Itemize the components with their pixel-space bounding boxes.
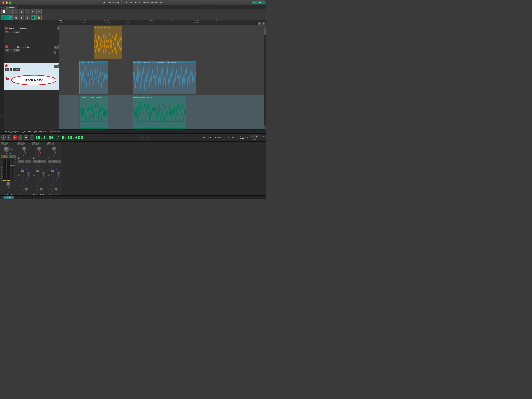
scroll-up[interactable]: ▲ [264,25,266,28]
minimize-button[interactable] [6,1,8,4]
ch1-solo[interactable]: S [25,160,31,163]
track-3-fx[interactable]: FX [5,68,9,71]
rate-value[interactable]: 1.0 [261,137,264,140]
track-1-clip-1[interactable]: 463903__burghrecords [94,26,122,59]
ch1-knob-3[interactable] [25,188,28,190]
bpm-value[interactable]: 120 [240,137,244,140]
track-2-phase[interactable] [53,51,56,54]
master-mute[interactable]: M [1,155,8,158]
track-1-io[interactable]: ⊙ [10,31,12,33]
ch1-rec-ring[interactable] [23,152,26,154]
ch2-power[interactable] [37,142,39,145]
ch2-knob[interactable] [37,146,41,151]
ch1-speaker-icon[interactable]: 🔊 [17,157,20,159]
track-3-clip-2[interactable]: huckfinn_33_twain_apc.ogg [133,96,186,129]
track-1-fx[interactable]: FX [5,31,9,33]
new-file-button[interactable]: 📄 [1,9,7,14]
ch3-route-btn[interactable]: Route [57,172,60,178]
stop-button[interactable]: ⏹ [24,135,28,139]
track-1-record[interactable] [5,27,8,30]
snap-toggle[interactable]: ⊡ [1,15,7,20]
lock-button[interactable]: 🔒 [36,15,42,20]
track-3-clip-1[interactable]: << huckfinn_33_twain_apc.ogg [79,96,108,129]
maximize-button[interactable] [9,1,11,4]
ch2-knob-3[interactable] [40,188,43,190]
ch3-rec-ring[interactable] [53,152,56,154]
record-mode[interactable]: ⏺ [31,15,36,20]
track-2-trim[interactable]: △ trim [13,49,20,52]
global-button[interactable]: GLOBAL [250,135,260,138]
track-2-io[interactable]: ⊙ [10,49,12,52]
time-signature[interactable]: 4/4 [245,136,249,139]
ch2-fader-track[interactable] [38,164,39,186]
ch2-knob-2[interactable] [36,188,39,190]
ripple-button[interactable]: ◈ [19,15,24,20]
ch3-solo[interactable]: S [54,160,61,163]
ch3-knob-3[interactable] [55,188,58,190]
ch1-knob-2[interactable] [21,188,24,190]
unsaved-tab[interactable]: *[Unsaved] [3,6,17,9]
ch1-fader-thumb[interactable] [21,171,24,172]
track-3-record[interactable] [5,64,8,67]
track-1-trim[interactable]: △ trim [13,31,20,33]
ch3-fader-thumb[interactable] [51,171,54,172]
master-fader-track[interactable] [12,159,13,181]
master-fader-thumb[interactable] [11,165,14,166]
go-end-button[interactable]: ⏭ [7,135,11,139]
redo-button[interactable]: ↪ [31,9,36,14]
scroll-mini-2[interactable] [57,131,60,132]
track-2-fx[interactable]: FX [5,49,9,52]
master-solo[interactable]: S [9,155,16,158]
scroll-mini[interactable] [52,131,56,132]
rec-dot[interactable] [50,131,52,133]
ch1-fader-track[interactable] [23,164,24,186]
loop-button[interactable]: ◐ [25,15,30,20]
ch1-power[interactable] [22,142,25,145]
track-2-record[interactable] [5,45,8,49]
link-button[interactable]: 🔗 [7,15,13,20]
ch2-mute[interactable]: M [32,160,39,163]
mixer-tab[interactable]: Mixer [5,196,14,199]
ch1-knob[interactable] [22,146,26,151]
ch3-fx-btn[interactable]: FX [47,142,51,145]
ch3-mute[interactable]: M [48,160,54,163]
scroll-plus[interactable]: + [264,125,266,127]
master-power[interactable] [5,142,8,145]
open-button[interactable]: ⬆ [7,9,13,14]
ch3-fader-track[interactable] [53,164,54,186]
ch1-route-btn[interactable]: Route [27,172,30,178]
play-button[interactable]: ▶ [18,135,22,139]
monitor-fx-button[interactable]: MONITOR FX [252,1,265,4]
ch3-speaker-icon[interactable]: 🔊 [47,157,50,159]
ch2-speaker-icon[interactable]: 🔊 [32,157,35,159]
track-3-io[interactable]: ⊙ [10,68,12,71]
undo-button[interactable]: ↩ [25,9,30,14]
track-2-mute[interactable]: M [54,46,57,49]
mixer-circle-btn[interactable]: ① [1,196,5,199]
go-start-button[interactable]: ⏮ [1,135,6,139]
master-trim-knob[interactable] [6,182,11,186]
track-3-trim[interactable]: △ trim [13,68,20,71]
save-button[interactable]: ⬇ [13,9,18,14]
ch2-solo[interactable]: S [39,160,46,163]
ch2-fx-btn[interactable]: FX [32,142,37,145]
record-button[interactable]: ⏺ [13,135,17,139]
ch3-knob[interactable] [52,146,56,151]
v-scrollbar[interactable]: ▲ + ▼ [264,25,266,129]
ch2-fader-thumb[interactable] [36,171,39,172]
ch1-mute[interactable]: M [18,160,24,163]
master-dual-link[interactable]: ∞ [10,146,13,150]
ch3-power[interactable] [52,142,54,145]
master-fx-btn[interactable]: FX [0,142,5,145]
add-tab-button[interactable]: + [1,6,2,9]
info-button[interactable]: ℹ [19,9,24,14]
close-button[interactable] [2,1,5,4]
grid-button[interactable]: ▦ [13,15,18,20]
ch2-rec-ring[interactable] [38,152,41,154]
pause-button[interactable]: ⏸ [30,135,34,139]
ch2-route-btn[interactable]: Route [42,172,45,178]
track-2-clip-1[interactable]: House Of The Risin [79,61,108,94]
ch1-fx-btn[interactable]: FX [17,142,22,145]
ch3-knob-2[interactable] [51,188,54,190]
track-3-mute[interactable]: M [54,65,57,68]
